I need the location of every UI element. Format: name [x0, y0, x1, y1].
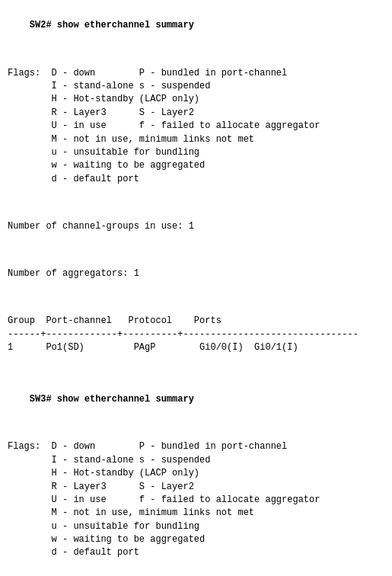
- sw2-channel-groups: Number of channel-groups in use: 1: [8, 221, 194, 232]
- sw3-command: SW3# show etherchannel summary: [30, 394, 194, 405]
- sw3-block: SW3# show etherchannel summary Flags: D …: [8, 380, 384, 576]
- sw2-table-header: Group Port-channel Protocol Ports ------…: [8, 315, 359, 353]
- sw2-command: SW2# show etherchannel summary: [30, 20, 194, 30]
- sw2-flags-header: Flags: D - down P - bundled in port-chan…: [8, 68, 320, 184]
- sw3-flags-header: Flags: D - down P - bundled in port-chan…: [8, 441, 320, 558]
- sw2-aggregators: Number of aggregators: 1: [8, 268, 139, 279]
- sw2-block: SW2# show etherchannel summary Flags: D …: [8, 6, 384, 368]
